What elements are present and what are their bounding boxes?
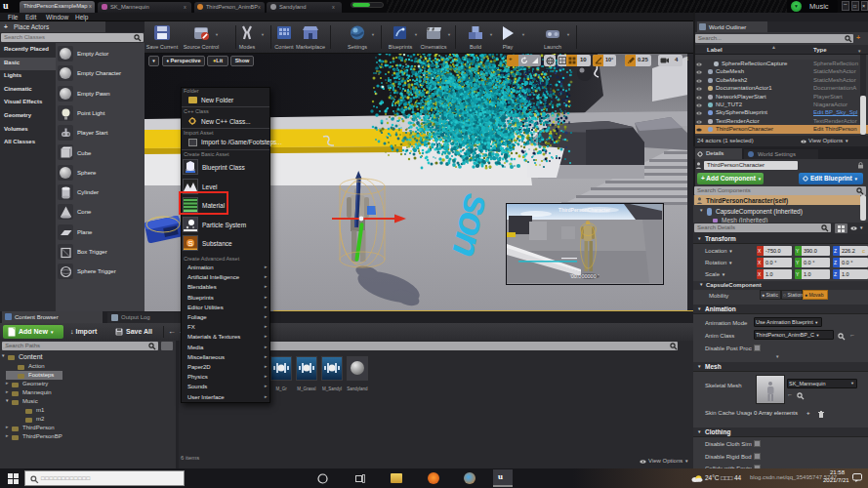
svg-text:S: S <box>188 239 193 248</box>
